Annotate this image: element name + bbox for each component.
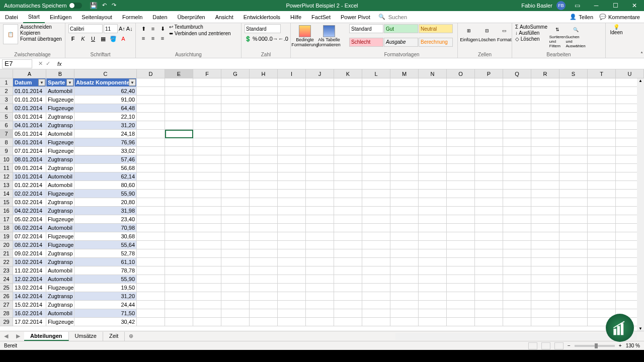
- cell-F21[interactable]: [193, 249, 221, 258]
- cell-P16[interactable]: [475, 207, 503, 215]
- cell-S6[interactable]: [559, 121, 588, 130]
- cell-P22[interactable]: [475, 258, 503, 266]
- cell-B25[interactable]: Flugzeuge: [46, 284, 74, 292]
- cell-L2[interactable]: [362, 87, 390, 96]
- autosave-toggle[interactable]: Automatisches Speichern: [0, 3, 86, 9]
- row-header-2[interactable]: 2: [0, 87, 13, 96]
- row-header-18[interactable]: 18: [0, 224, 13, 232]
- cell-F17[interactable]: [193, 215, 221, 224]
- cell-L18[interactable]: [362, 224, 390, 232]
- cell-B22[interactable]: Zugtransp: [46, 258, 74, 266]
- cell-P18[interactable]: [475, 224, 503, 232]
- cell[interactable]: [390, 78, 419, 87]
- cell-L26[interactable]: [362, 292, 390, 301]
- cell-O23[interactable]: [447, 266, 475, 275]
- redo-icon[interactable]: ↷: [112, 2, 116, 9]
- cell-O27[interactable]: [447, 301, 475, 309]
- cell-E18[interactable]: [165, 224, 193, 232]
- cell-O22[interactable]: [447, 258, 475, 266]
- cell-L20[interactable]: [362, 241, 390, 249]
- merge-center-button[interactable]: ⬌ Verbinden und zentrieren: [169, 31, 231, 36]
- cell-B9[interactable]: Flugzeuge: [46, 147, 74, 155]
- cell-B26[interactable]: Zugtransp: [46, 292, 74, 301]
- row-header-10[interactable]: 10: [0, 155, 13, 164]
- cell-O19[interactable]: [447, 232, 475, 241]
- cell-G15[interactable]: [221, 198, 250, 207]
- cell-M10[interactable]: [390, 155, 419, 164]
- cell-A16[interactable]: 04.02.2014: [13, 207, 46, 215]
- cell-N21[interactable]: [419, 249, 447, 258]
- cell[interactable]: [250, 78, 278, 87]
- cell-B10[interactable]: Zugtransp: [46, 155, 74, 164]
- cell-J11[interactable]: [306, 164, 334, 172]
- select-all-corner[interactable]: [0, 69, 13, 78]
- tab-daten[interactable]: Daten: [147, 11, 172, 23]
- cell-J9[interactable]: [306, 147, 334, 155]
- cell-C23[interactable]: 78,78: [74, 266, 137, 275]
- cell-A12[interactable]: 10.01.2014: [13, 172, 46, 181]
- cell-Q12[interactable]: [503, 172, 531, 181]
- cell-L24[interactable]: [362, 275, 390, 284]
- cell-K2[interactable]: [334, 87, 362, 96]
- cell-C26[interactable]: 31,20: [74, 292, 137, 301]
- cell-R22[interactable]: [531, 258, 559, 266]
- cell-G19[interactable]: [221, 232, 250, 241]
- cell[interactable]: [334, 78, 362, 87]
- cell-Q21[interactable]: [503, 249, 531, 258]
- number-format-select[interactable]: [245, 24, 281, 33]
- cell-R14[interactable]: [531, 190, 559, 198]
- cell-I12[interactable]: [278, 172, 306, 181]
- row-header-28[interactable]: 28: [0, 309, 13, 318]
- cell-P6[interactable]: [475, 121, 503, 130]
- ideas-button[interactable]: 💡 Ideen: [609, 24, 624, 35]
- cell-K17[interactable]: [334, 215, 362, 224]
- align-middle-icon[interactable]: ≡: [148, 24, 157, 33]
- cell-R23[interactable]: [531, 266, 559, 275]
- format-cells-button[interactable]: ▭Format: [497, 24, 512, 48]
- cell-F22[interactable]: [193, 258, 221, 266]
- column-header-I[interactable]: I: [278, 69, 306, 78]
- cell-R5[interactable]: [531, 113, 559, 121]
- column-header-C[interactable]: C: [74, 69, 137, 78]
- row-header-12[interactable]: 12: [0, 172, 13, 181]
- cell-J27[interactable]: [306, 301, 334, 309]
- cell-D22[interactable]: [137, 258, 165, 266]
- cell-L13[interactable]: [362, 181, 390, 190]
- cell-K11[interactable]: [334, 164, 362, 172]
- search-input[interactable]: [388, 14, 429, 20]
- cell-O9[interactable]: [447, 147, 475, 155]
- cell-D18[interactable]: [137, 224, 165, 232]
- cell-H29[interactable]: [250, 318, 278, 326]
- cell-L15[interactable]: [362, 198, 390, 207]
- cell-L6[interactable]: [362, 121, 390, 130]
- cell-H2[interactable]: [250, 87, 278, 96]
- cell-M13[interactable]: [390, 181, 419, 190]
- cell-B5[interactable]: Zugtransp: [46, 113, 74, 121]
- comments-button[interactable]: 💬Kommentare: [599, 14, 640, 20]
- cell-D3[interactable]: [137, 96, 165, 104]
- cell-I11[interactable]: [278, 164, 306, 172]
- cell-I16[interactable]: [278, 207, 306, 215]
- cell-H11[interactable]: [250, 164, 278, 172]
- autosum-button[interactable]: Σ AutoSumme: [515, 24, 547, 30]
- cell-R21[interactable]: [531, 249, 559, 258]
- cell-F6[interactable]: [193, 121, 221, 130]
- cell-C16[interactable]: 31,98: [74, 207, 137, 215]
- cell-L25[interactable]: [362, 284, 390, 292]
- cell-F20[interactable]: [193, 241, 221, 249]
- cell-P23[interactable]: [475, 266, 503, 275]
- cell-R11[interactable]: [531, 164, 559, 172]
- underline-icon[interactable]: U: [89, 34, 98, 43]
- cell-D17[interactable]: [137, 215, 165, 224]
- cell-S23[interactable]: [559, 266, 588, 275]
- cell-F26[interactable]: [193, 292, 221, 301]
- cell-M12[interactable]: [390, 172, 419, 181]
- cell-I6[interactable]: [278, 121, 306, 130]
- cell-G26[interactable]: [221, 292, 250, 301]
- cell-R18[interactable]: [531, 224, 559, 232]
- cell-G16[interactable]: [221, 207, 250, 215]
- cell-C20[interactable]: 55,64: [74, 241, 137, 249]
- cell-J16[interactable]: [306, 207, 334, 215]
- cell-A17[interactable]: 05.02.2014: [13, 215, 46, 224]
- row-header-17[interactable]: 17: [0, 215, 13, 224]
